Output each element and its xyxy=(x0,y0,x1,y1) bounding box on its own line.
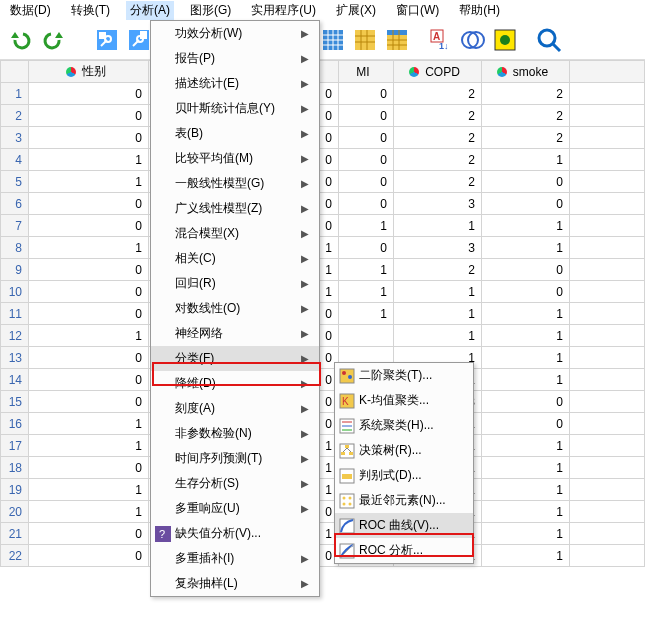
submenu-item[interactable]: 最近邻元素(N)... xyxy=(335,488,473,513)
row-header[interactable]: 20 xyxy=(1,501,29,523)
menu-item[interactable]: 非参数检验(N)▶ xyxy=(151,421,319,446)
submenu-item[interactable]: KK-均值聚类... xyxy=(335,388,473,413)
row-header[interactable]: 11 xyxy=(1,303,29,325)
cell[interactable]: 1 xyxy=(29,325,149,347)
cell[interactable]: 0 xyxy=(29,83,149,105)
row-header[interactable]: 14 xyxy=(1,369,29,391)
cell[interactable]: 0 xyxy=(482,391,570,413)
cell-empty[interactable] xyxy=(570,457,645,479)
row-header[interactable]: 6 xyxy=(1,193,29,215)
row-header[interactable]: 4 xyxy=(1,149,29,171)
cell-empty[interactable] xyxy=(570,303,645,325)
cell[interactable]: 3 xyxy=(394,237,482,259)
row-header[interactable]: 9 xyxy=(1,259,29,281)
cell-empty[interactable] xyxy=(570,369,645,391)
submenu-item[interactable]: 判别式(D)... xyxy=(335,463,473,488)
cell[interactable]: 1 xyxy=(482,457,570,479)
menu-item[interactable]: 描述统计(E)▶ xyxy=(151,71,319,96)
menubar-item[interactable]: 实用程序(U) xyxy=(247,1,320,20)
menubar-item[interactable]: 图形(G) xyxy=(186,1,235,20)
menu-item[interactable]: 时间序列预测(T)▶ xyxy=(151,446,319,471)
menu-item[interactable]: 多重响应(U)▶ xyxy=(151,496,319,521)
row-header[interactable]: 8 xyxy=(1,237,29,259)
menu-item[interactable]: 复杂抽样(L)▶ xyxy=(151,571,319,596)
cell-empty[interactable] xyxy=(570,545,645,567)
cell[interactable]: 0 xyxy=(29,457,149,479)
menubar-item[interactable]: 数据(D) xyxy=(6,1,55,20)
cell[interactable]: 2 xyxy=(394,171,482,193)
menu-item[interactable]: ?缺失值分析(V)... xyxy=(151,521,319,546)
menu-item[interactable]: 表(B)▶ xyxy=(151,121,319,146)
menubar-item[interactable]: 转换(T) xyxy=(67,1,114,20)
submenu-item[interactable]: 系统聚类(H)... xyxy=(335,413,473,438)
cell[interactable]: 1 xyxy=(29,435,149,457)
row-header[interactable]: 3 xyxy=(1,127,29,149)
row-header[interactable]: 19 xyxy=(1,479,29,501)
menu-item[interactable]: 相关(C)▶ xyxy=(151,246,319,271)
cell[interactable]: 2 xyxy=(394,83,482,105)
cell[interactable]: 1 xyxy=(339,303,394,325)
submenu-item[interactable]: 决策树(R)... xyxy=(335,438,473,463)
cell[interactable]: 1 xyxy=(394,281,482,303)
menu-item[interactable]: 刻度(A)▶ xyxy=(151,396,319,421)
cell-empty[interactable] xyxy=(570,237,645,259)
menu-item[interactable]: 多重插补(I)▶ xyxy=(151,546,319,571)
row-header[interactable]: 2 xyxy=(1,105,29,127)
cell[interactable]: 1 xyxy=(482,215,570,237)
cell[interactable]: 0 xyxy=(29,259,149,281)
cell[interactable]: 1 xyxy=(482,237,570,259)
cell[interactable]: 0 xyxy=(339,127,394,149)
cell-empty[interactable] xyxy=(570,479,645,501)
menubar-item[interactable]: 分析(A) xyxy=(126,1,174,20)
cell[interactable]: 1 xyxy=(482,369,570,391)
menu-item[interactable]: 一般线性模型(G)▶ xyxy=(151,171,319,196)
cell-empty[interactable] xyxy=(570,171,645,193)
menu-item[interactable]: 降维(D)▶ xyxy=(151,371,319,396)
cell[interactable]: 0 xyxy=(29,523,149,545)
menu-item[interactable]: 比较平均值(M)▶ xyxy=(151,146,319,171)
cell[interactable]: 1 xyxy=(482,149,570,171)
column-header[interactable]: COPD xyxy=(394,61,482,83)
cell[interactable]: 0 xyxy=(482,193,570,215)
cell[interactable]: 0 xyxy=(482,259,570,281)
menubar-item[interactable]: 扩展(X) xyxy=(332,1,380,20)
menu-item[interactable]: 报告(P)▶ xyxy=(151,46,319,71)
cell-empty[interactable] xyxy=(570,347,645,369)
cell[interactable]: 1 xyxy=(29,501,149,523)
cell[interactable]: 0 xyxy=(29,193,149,215)
row-header[interactable]: 10 xyxy=(1,281,29,303)
menubar-item[interactable]: 窗口(W) xyxy=(392,1,443,20)
menubar-item[interactable]: 帮助(H) xyxy=(455,1,504,20)
cell[interactable]: 1 xyxy=(482,501,570,523)
cell[interactable]: 1 xyxy=(339,259,394,281)
cell[interactable]: 1 xyxy=(29,479,149,501)
cell[interactable]: 1 xyxy=(29,413,149,435)
search-icon[interactable] xyxy=(534,25,564,55)
cell[interactable]: 1 xyxy=(482,303,570,325)
grid-icon-3[interactable] xyxy=(382,25,412,55)
cell[interactable]: 0 xyxy=(29,391,149,413)
row-header[interactable]: 15 xyxy=(1,391,29,413)
cell[interactable]: 0 xyxy=(339,171,394,193)
cell[interactable]: 1 xyxy=(482,435,570,457)
undo-icon[interactable] xyxy=(6,25,36,55)
row-header[interactable]: 5 xyxy=(1,171,29,193)
cell[interactable]: 1 xyxy=(29,171,149,193)
cell[interactable]: 2 xyxy=(482,83,570,105)
cell[interactable]: 1 xyxy=(394,215,482,237)
cell[interactable]: 0 xyxy=(339,237,394,259)
cell[interactable]: 1 xyxy=(29,149,149,171)
row-header[interactable]: 18 xyxy=(1,457,29,479)
goto-case-icon[interactable] xyxy=(92,25,122,55)
column-header[interactable]: 性别 xyxy=(29,61,149,83)
row-header[interactable]: 17 xyxy=(1,435,29,457)
cell[interactable]: 0 xyxy=(29,281,149,303)
submenu-item[interactable]: ROC 曲线(V)... xyxy=(335,513,473,538)
row-header[interactable]: 16 xyxy=(1,413,29,435)
cell-empty[interactable] xyxy=(570,413,645,435)
cell[interactable]: 2 xyxy=(394,149,482,171)
cell[interactable]: 0 xyxy=(482,413,570,435)
menu-item[interactable]: 广义线性模型(Z)▶ xyxy=(151,196,319,221)
grid-icon-1[interactable] xyxy=(318,25,348,55)
cell-empty[interactable] xyxy=(570,127,645,149)
